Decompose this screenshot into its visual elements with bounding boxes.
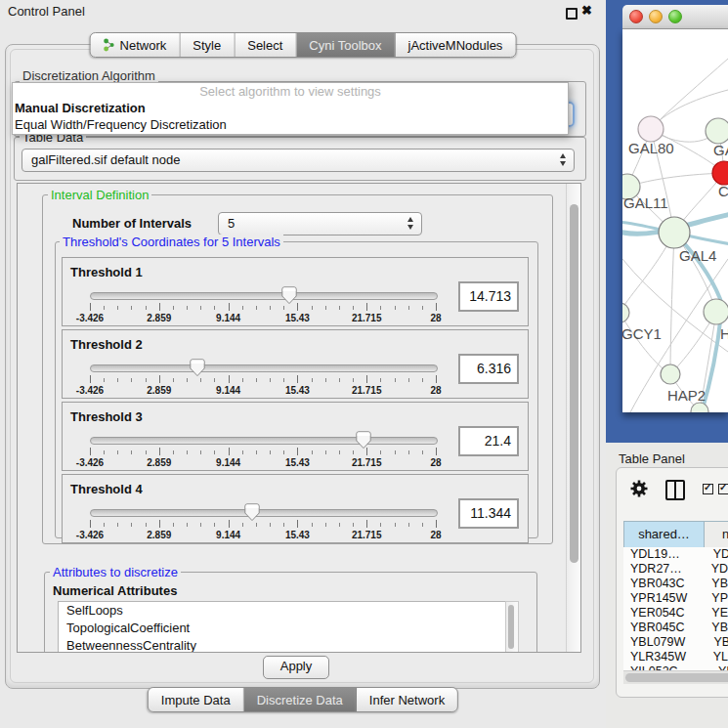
attribute-list-item[interactable]: TopologicalCoefficient [59, 620, 505, 637]
network-node[interactable] [622, 303, 629, 322]
scrollbar-thumb[interactable] [570, 204, 578, 563]
threshold-value-box[interactable]: 21.4 [458, 426, 519, 456]
slider-track[interactable] [90, 509, 438, 517]
apply-button[interactable]: Apply [263, 656, 329, 679]
network-icon [104, 38, 115, 52]
gear-icon[interactable] [629, 479, 649, 498]
column-header-name[interactable]: na [705, 522, 728, 547]
checkbox-icon[interactable] [703, 484, 713, 494]
attributes-list-scrollbar[interactable] [505, 601, 519, 653]
network-node[interactable] [659, 217, 690, 248]
table-rows: YDL19…YDL1YDR27…YDR2YBR043CYBR0YPR145WYP… [623, 547, 728, 670]
float-panel-icon[interactable] [566, 8, 578, 20]
attribute-list-item[interactable]: BetweennessCentrality [59, 637, 505, 653]
threshold-panel: Threshold 1 -3.4262.8599.14415.4321.7152… [62, 257, 529, 326]
slider-thumb-icon[interactable] [356, 431, 371, 450]
threshold-panel: Threshold 2 -3.4262.8599.14415.4321.7152… [62, 329, 529, 399]
network-node-label: GA [713, 142, 728, 158]
table-row[interactable]: YLR345WYLR3 [623, 650, 728, 664]
app-root: Control Panel ✖ Network Style [0, 0, 728, 728]
scrollbar-thumb[interactable] [625, 673, 728, 682]
algorithm-dropdown-popup: Select algorithm to view settings Manual… [12, 82, 569, 135]
network-node[interactable] [638, 116, 664, 142]
threshold-value-box[interactable]: 6.316 [458, 354, 519, 384]
slider-thumb-icon[interactable] [281, 286, 297, 305]
tab-network[interactable]: Network [91, 33, 181, 57]
column-header-shared-name[interactable]: shared… [623, 522, 705, 547]
table-row[interactable]: YDR27…YDR2 [623, 562, 728, 577]
close-icon[interactable]: ✖ [581, 3, 592, 18]
bottom-tab-bar: Impute Data Discretize Data Infer Networ… [148, 687, 458, 712]
attributes-group-title: Attributes to discretize [50, 565, 181, 579]
close-traffic-light-icon[interactable] [629, 10, 643, 23]
tab-impute-data[interactable]: Impute Data [149, 688, 244, 711]
numerical-attributes-list[interactable]: SelfLoopsTopologicalCoefficientBetweenne… [58, 601, 506, 653]
settings-vertical-scrollbar[interactable] [566, 184, 581, 652]
slider-ticks [90, 520, 437, 529]
threshold-slider[interactable]: -3.4262.8599.14415.4321.71528 [90, 431, 438, 470]
network-node[interactable] [712, 161, 728, 185]
network-node-label: GCY1 [622, 325, 662, 342]
number-of-intervals-combobox[interactable]: 5 [218, 212, 422, 236]
table-row[interactable]: YDL19…YDL1 [623, 547, 728, 562]
table-row[interactable]: YBR045CYBR0 [623, 621, 728, 635]
network-node-label: HAP2 [667, 387, 706, 404]
control-panel: Control Panel ✖ Network Style [0, 0, 606, 728]
network-node-label: GAL80 [628, 140, 674, 156]
top-tab-bar: Network Style Select Cyni Toolbox jActiv… [90, 32, 517, 58]
checkbox-icon[interactable] [718, 484, 728, 494]
network-node[interactable] [661, 364, 680, 384]
network-node-label: GAL11 [623, 194, 668, 211]
threshold-slider[interactable]: -3.4262.8599.14415.4321.71528 [90, 286, 438, 325]
table-panel-title: Table Panel [619, 451, 685, 466]
network-node-label: GAL4 [679, 247, 716, 264]
network-window-titlebar[interactable] [622, 5, 728, 29]
threshold-panel: Threshold 4 -3.4262.8599.14415.4321.7152… [62, 474, 529, 543]
column-layout-icon[interactable] [665, 480, 685, 500]
table-row[interactable]: YBL079WYBL0 [623, 635, 728, 650]
table-row[interactable]: YER054CYER0 [623, 606, 728, 621]
thresholds-group-title: Threshold's Coordinates for 5 Intervals [60, 235, 283, 249]
combo-arrows-icon [407, 216, 415, 231]
dropdown-item-equal-width-frequency[interactable]: Equal Width/Frequency Discretization [13, 116, 568, 133]
table-data-combobox[interactable]: galFiltered.sif default node [21, 149, 575, 172]
slider-ticks [90, 303, 437, 312]
slider-track[interactable] [90, 364, 438, 372]
network-view-window: GAL80GACGAL11GAL4GCY1HHAP2 [622, 5, 728, 412]
settings-scrollpane: Interval Definition Number of Intervals … [17, 183, 581, 653]
tab-jactivemnodules[interactable]: jActiveMNodules [396, 33, 516, 57]
minimize-traffic-light-icon[interactable] [649, 10, 663, 23]
tab-cyni-toolbox[interactable]: Cyni Toolbox [296, 33, 395, 57]
table-row[interactable]: YPR145WYPR1 [623, 591, 728, 606]
tab-select[interactable]: Select [235, 33, 296, 57]
threshold-value-box[interactable]: 11.344 [458, 498, 519, 529]
numerical-attributes-label: Numerical Attributes [53, 583, 177, 598]
threshold-label: Threshold 1 [70, 265, 143, 279]
slider-tick-labels: -3.4262.8599.14415.4321.71528 [90, 457, 437, 469]
slider-track[interactable] [90, 437, 438, 445]
attribute-list-item[interactable]: SelfLoops [59, 602, 505, 620]
threshold-value-box[interactable]: 14.713 [458, 281, 519, 312]
dropdown-item-manual-discretization[interactable]: Manual Discretization [13, 100, 568, 116]
table-row[interactable]: YBR043CYBR0 [623, 577, 728, 591]
threshold-slider[interactable]: -3.4262.8599.14415.4321.71528 [90, 359, 438, 398]
slider-thumb-icon[interactable] [244, 503, 260, 522]
slider-track[interactable] [90, 292, 438, 300]
threshold-label: Threshold 4 [70, 482, 143, 496]
threshold-slider[interactable]: -3.4262.8599.14415.4321.71528 [90, 503, 438, 542]
slider-thumb-icon[interactable] [190, 359, 205, 377]
slider-tick-labels: -3.4262.8599.14415.4321.71528 [90, 313, 437, 324]
number-of-intervals-value: 5 [228, 216, 235, 231]
network-canvas[interactable]: GAL80GACGAL11GAL4GCY1HHAP2 [622, 29, 728, 412]
network-node[interactable] [706, 118, 728, 144]
threshold-panels: Threshold 1 -3.4262.8599.14415.4321.7152… [62, 257, 530, 546]
tab-discretize-data[interactable]: Discretize Data [244, 688, 357, 711]
network-node[interactable] [704, 299, 728, 324]
dropdown-hint: Select algorithm to view settings [13, 83, 568, 100]
table-horizontal-scrollbar[interactable] [623, 670, 728, 684]
tab-style[interactable]: Style [180, 33, 235, 57]
zoom-traffic-light-icon[interactable] [668, 10, 682, 23]
threshold-panel: Threshold 3 -3.4262.8599.14415.4321.7152… [62, 402, 529, 471]
tab-infer-network[interactable]: Infer Network [357, 688, 457, 711]
interval-definition-title: Interval Definition [48, 188, 151, 202]
